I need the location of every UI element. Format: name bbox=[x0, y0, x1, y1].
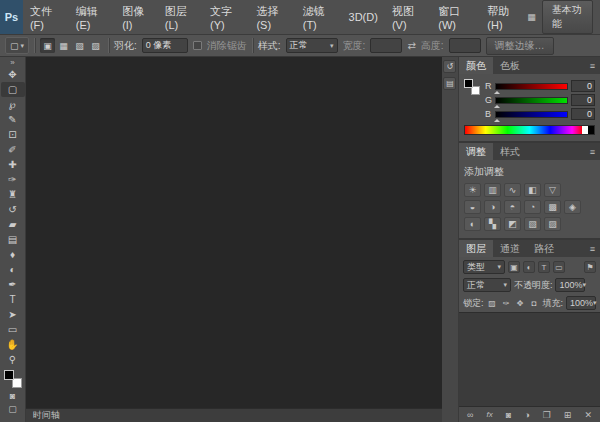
intersect-selection-button[interactable]: ▨ bbox=[88, 38, 103, 53]
antialias-checkbox[interactable] bbox=[193, 41, 202, 50]
color-spectrum-ramp[interactable] bbox=[464, 125, 595, 135]
blue-slider[interactable] bbox=[495, 111, 568, 118]
refine-edge-button[interactable]: 调整边缘… bbox=[486, 37, 554, 55]
menu-item-image[interactable]: 图像(I) bbox=[115, 0, 158, 34]
toolbar-collapse-chevron[interactable]: » bbox=[10, 58, 14, 67]
adj-brightness-contrast-icon[interactable]: ☀ bbox=[464, 183, 481, 197]
brush-tool[interactable]: ✑ bbox=[1, 172, 25, 187]
move-tool[interactable]: ✥ bbox=[1, 67, 25, 82]
panel-menu-icon[interactable]: ≡ bbox=[585, 57, 600, 74]
menu-item-select[interactable]: 选择(S) bbox=[249, 0, 295, 34]
blend-mode-select[interactable]: 正常 ▾ bbox=[463, 278, 511, 292]
tab-paths[interactable]: 路径 bbox=[527, 240, 561, 257]
layer-effects-icon[interactable]: fx bbox=[486, 410, 492, 419]
menu-item-type[interactable]: 文字(Y) bbox=[203, 0, 249, 34]
lock-pixels-icon[interactable]: ✑ bbox=[500, 298, 511, 309]
foreground-color-swatch[interactable] bbox=[4, 370, 14, 380]
layer-filter-type-select[interactable]: 类型 ▾ bbox=[463, 260, 505, 274]
eraser-tool[interactable]: ▰ bbox=[1, 217, 25, 232]
swap-width-height-icon[interactable]: ⇄ bbox=[407, 40, 415, 51]
gradient-tool[interactable]: ▤ bbox=[1, 232, 25, 247]
tab-channels[interactable]: 通道 bbox=[493, 240, 527, 257]
arrange-documents-icon[interactable]: ▦ bbox=[527, 12, 536, 22]
foreground-color-swatch[interactable] bbox=[464, 79, 473, 88]
adj-vibrance-icon[interactable]: ▽ bbox=[544, 183, 561, 197]
tab-color[interactable]: 颜色 bbox=[459, 57, 493, 74]
panel-menu-icon[interactable]: ≡ bbox=[585, 240, 600, 257]
screen-mode-button[interactable]: ▢ bbox=[1, 402, 25, 415]
height-input[interactable] bbox=[449, 38, 481, 53]
collapsed-properties-panel-button[interactable]: ▤ bbox=[443, 77, 456, 90]
green-slider[interactable] bbox=[495, 97, 568, 104]
menu-item-view[interactable]: 视图(V) bbox=[385, 0, 431, 34]
filter-toggle-icon[interactable]: ⚑ bbox=[584, 261, 596, 273]
fill-input[interactable]: 100% ▾ bbox=[566, 296, 596, 310]
filter-shape-layers-icon[interactable]: ▭ bbox=[553, 261, 565, 273]
delete-layer-icon[interactable]: ✕ bbox=[584, 410, 592, 420]
width-input[interactable] bbox=[370, 38, 402, 53]
red-value-input[interactable]: 0 bbox=[571, 80, 595, 92]
workspace-switcher-button[interactable]: 基本功能 bbox=[542, 0, 593, 34]
tab-swatches[interactable]: 色板 bbox=[493, 57, 527, 74]
menu-item-3d[interactable]: 3D(D) bbox=[342, 0, 385, 34]
filter-pixel-layers-icon[interactable]: ▣ bbox=[508, 261, 520, 273]
adj-curves-icon[interactable]: ∿ bbox=[504, 183, 521, 197]
adj-invert-icon[interactable]: ◐ bbox=[464, 217, 481, 231]
menu-item-help[interactable]: 帮助(H) bbox=[480, 0, 527, 34]
adj-black-white-icon[interactable]: ◓ bbox=[504, 200, 521, 214]
eyedropper-tool[interactable]: ✐ bbox=[1, 142, 25, 157]
zoom-tool[interactable]: ⚲ bbox=[1, 352, 25, 367]
collapsed-history-panel-button[interactable]: ↺ bbox=[443, 60, 456, 73]
dodge-tool[interactable]: ◐ bbox=[1, 262, 25, 277]
menu-item-edit[interactable]: 编辑(E) bbox=[69, 0, 115, 34]
menu-item-file[interactable]: 文件(F) bbox=[23, 0, 69, 34]
adj-color-balance-icon[interactable]: ◑ bbox=[484, 200, 501, 214]
tab-layers[interactable]: 图层 bbox=[459, 240, 493, 257]
filter-type-layers-icon[interactable]: T bbox=[538, 261, 550, 273]
adj-threshold-icon[interactable]: ◩ bbox=[504, 217, 521, 231]
adj-channel-mixer-icon[interactable]: ▩ bbox=[544, 200, 561, 214]
lasso-tool[interactable]: ℘ bbox=[1, 97, 25, 112]
lock-all-icon[interactable]: ◘ bbox=[528, 298, 539, 309]
blur-tool[interactable]: ♦ bbox=[1, 247, 25, 262]
blue-value-input[interactable]: 0 bbox=[571, 108, 595, 120]
filter-adjustment-layers-icon[interactable]: ◐ bbox=[523, 261, 535, 273]
add-to-selection-button[interactable]: ▦ bbox=[56, 38, 71, 53]
adj-posterize-icon[interactable]: ▚ bbox=[484, 217, 501, 231]
lock-transparency-icon[interactable]: ▨ bbox=[486, 298, 497, 309]
new-selection-button[interactable]: ▣ bbox=[40, 38, 55, 53]
adj-levels-icon[interactable]: ▥ bbox=[484, 183, 501, 197]
history-brush-tool[interactable]: ↺ bbox=[1, 202, 25, 217]
adj-exposure-icon[interactable]: ◧ bbox=[524, 183, 541, 197]
layer-list[interactable] bbox=[459, 312, 600, 407]
path-selection-tool[interactable]: ➤ bbox=[1, 307, 25, 322]
tab-adjustments[interactable]: 调整 bbox=[459, 143, 493, 160]
adj-photo-filter-icon[interactable]: ◔ bbox=[524, 200, 541, 214]
link-layers-icon[interactable]: ∞ bbox=[467, 410, 473, 420]
adj-gradient-map-icon[interactable]: ▧ bbox=[524, 217, 541, 231]
spot-healing-brush-tool[interactable]: ✚ bbox=[1, 157, 25, 172]
tool-preset-picker[interactable]: ▢ ▾ bbox=[5, 37, 29, 54]
new-group-icon[interactable]: ❐ bbox=[543, 410, 551, 420]
opacity-input[interactable]: 100% ▾ bbox=[555, 278, 585, 292]
adj-selective-color-icon[interactable]: ▨ bbox=[544, 217, 561, 231]
new-layer-icon[interactable]: ⊞ bbox=[564, 410, 572, 420]
quick-selection-tool[interactable]: ✎ bbox=[1, 112, 25, 127]
menu-item-window[interactable]: 窗口(W) bbox=[431, 0, 480, 34]
timeline-tab-label[interactable]: 时间轴 bbox=[33, 409, 60, 422]
menu-item-filter[interactable]: 滤镜(T) bbox=[296, 0, 342, 34]
timeline-panel-collapsed[interactable]: 时间轴 bbox=[26, 408, 442, 422]
pen-tool[interactable]: ✒ bbox=[1, 277, 25, 292]
green-value-input[interactable]: 0 bbox=[571, 94, 595, 106]
quick-mask-button[interactable]: ◙ bbox=[1, 389, 25, 402]
feather-input[interactable]: 0 像素 bbox=[142, 38, 188, 53]
shape-tool[interactable]: ▭ bbox=[1, 322, 25, 337]
crop-tool[interactable]: ⊡ bbox=[1, 127, 25, 142]
hand-tool[interactable]: ✋ bbox=[1, 337, 25, 352]
adj-color-lookup-icon[interactable]: ◈ bbox=[564, 200, 581, 214]
red-slider[interactable] bbox=[495, 83, 568, 90]
style-select[interactable]: 正常 ▾ bbox=[286, 38, 338, 53]
lock-position-icon[interactable]: ✥ bbox=[514, 298, 525, 309]
clone-stamp-tool[interactable]: ♜ bbox=[1, 187, 25, 202]
tab-styles[interactable]: 样式 bbox=[493, 143, 527, 160]
